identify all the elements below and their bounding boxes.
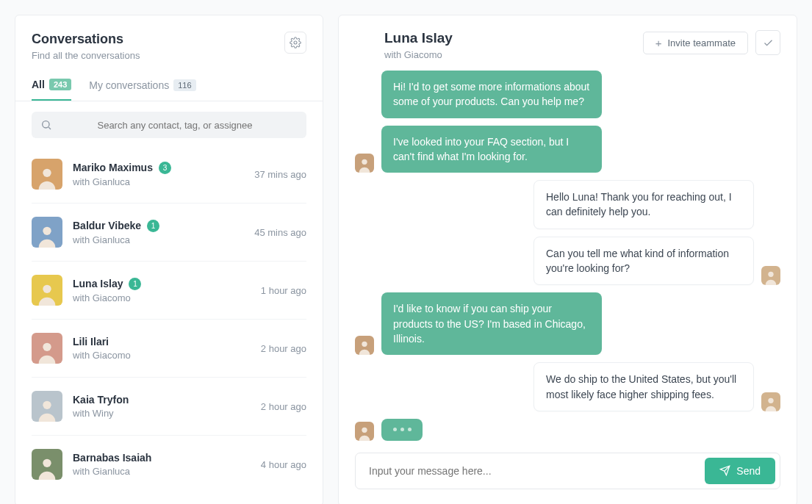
message-row: Hello Luna! Thank you for reaching out, … — [355, 180, 780, 229]
message-bubble: I'd like to know if you can ship your pr… — [381, 292, 602, 355]
message-input[interactable] — [369, 465, 697, 477]
conversation-with: with Giacomo — [73, 350, 251, 361]
conversation-item[interactable]: Baldur Vibeke 1 with Gianluca 45 mins ag… — [32, 204, 306, 262]
conversation-item[interactable]: Lili Ilari with Giacomo 2 hour ago — [32, 320, 306, 378]
invite-teammate-button[interactable]: + Invite teammate — [643, 32, 748, 54]
svg-point-3 — [43, 169, 51, 177]
sidebar-title: Conversations — [32, 32, 140, 47]
svg-point-5 — [43, 285, 51, 293]
conversation-with: with Winy — [73, 408, 251, 419]
message-bubble: Hello Luna! Thank you for reaching out, … — [533, 180, 754, 229]
svg-point-1 — [43, 121, 49, 128]
avatar — [32, 449, 62, 480]
typing-row — [355, 419, 780, 441]
svg-point-0 — [294, 41, 297, 44]
message-row: Hi! I'd to get some more informations ab… — [355, 71, 780, 118]
conversations-panel: Conversations Find all the conversations… — [15, 15, 323, 504]
conversation-with: with Giacomo — [73, 292, 251, 303]
search-input[interactable] — [52, 120, 298, 131]
gear-icon — [290, 37, 301, 48]
avatar — [32, 275, 62, 306]
avatar — [32, 391, 62, 422]
tab-all[interactable]: All 243 — [32, 79, 71, 101]
avatar — [355, 154, 374, 173]
svg-point-12 — [768, 398, 773, 403]
chat-messages[interactable]: Hi! I'd to get some more informations ab… — [339, 71, 797, 448]
tab-label: All — [32, 79, 45, 90]
message-bubble: Can you tell me what kind of information… — [533, 237, 754, 286]
svg-point-8 — [43, 459, 51, 467]
conversation-name: Lili Ilari — [73, 336, 109, 348]
chat-title: Luna Islay — [384, 30, 453, 46]
search-field[interactable] — [32, 112, 306, 138]
sidebar-header: Conversations Find all the conversations — [15, 15, 323, 65]
conversation-time: 45 mins ago — [254, 227, 306, 238]
conversation-with: with Gianluca — [73, 466, 251, 477]
conversation-name: Barnabas Isaiah — [73, 452, 151, 464]
avatar — [32, 333, 62, 364]
tab-my-conversations[interactable]: My conversations 116 — [89, 79, 195, 101]
conversation-item[interactable]: Kaia Tryfon with Winy 2 hour ago — [32, 378, 306, 436]
svg-point-13 — [362, 428, 367, 433]
settings-button[interactable] — [284, 32, 306, 54]
unread-badge: 1 — [129, 278, 141, 290]
conversation-item[interactable]: Mariko Maximus 3 with Gianluca 37 mins a… — [32, 145, 306, 204]
conversation-name: Mariko Maximus — [73, 162, 153, 173]
check-icon — [763, 37, 774, 48]
conversation-item[interactable]: Luna Islay 1 with Giacomo 1 hour ago — [32, 262, 306, 320]
conversation-time: 2 hour ago — [261, 343, 306, 354]
avatar — [761, 392, 780, 411]
conversation-name: Kaia Tryfon — [73, 394, 129, 406]
avatar — [355, 422, 374, 441]
message-row: I'd like to know if you can ship your pr… — [355, 292, 780, 355]
conversation-item[interactable]: Barnabas Isaiah with Gianluca 4 hour ago — [32, 436, 306, 493]
send-button[interactable]: Send — [705, 458, 775, 484]
conversation-time: 4 hour ago — [261, 459, 306, 470]
conversation-time: 2 hour ago — [261, 401, 306, 412]
mark-done-button[interactable] — [755, 30, 780, 55]
conversation-list[interactable]: Mariko Maximus 3 with Gianluca 37 mins a… — [15, 145, 323, 504]
send-label: Send — [736, 465, 761, 477]
chat-panel: Luna Islay with Giacomo + Invite teammat… — [338, 15, 797, 504]
message-bubble: I've looked into your FAQ section, but I… — [381, 126, 602, 173]
message-bubble: We do ship to the United States, but you… — [533, 362, 754, 411]
svg-point-7 — [43, 401, 51, 409]
message-row: We do ship to the United States, but you… — [355, 362, 780, 411]
message-bubble: Hi! I'd to get some more informations ab… — [381, 71, 602, 118]
svg-point-9 — [362, 159, 367, 165]
chat-subtitle: with Giacomo — [384, 49, 453, 60]
svg-point-4 — [43, 227, 51, 235]
message-composer[interactable]: Send — [355, 453, 780, 489]
tab-count: 243 — [49, 79, 71, 90]
avatar — [32, 217, 62, 248]
svg-point-11 — [362, 342, 367, 347]
svg-point-10 — [768, 272, 773, 277]
unread-badge: 3 — [159, 162, 171, 174]
avatar — [32, 159, 62, 190]
invite-label: Invite teammate — [668, 37, 736, 48]
search-icon — [40, 119, 52, 131]
svg-line-2 — [48, 127, 51, 129]
plus-icon: + — [655, 37, 662, 48]
tab-count: 116 — [173, 79, 195, 91]
conversation-with: with Gianluca — [73, 234, 244, 245]
conversation-name: Baldur Vibeke — [73, 220, 141, 231]
message-row: I've looked into your FAQ section, but I… — [355, 126, 780, 173]
conversation-name: Luna Islay — [73, 278, 123, 289]
conversation-time: 37 mins ago — [254, 169, 306, 180]
avatar — [355, 336, 374, 355]
sidebar-tabs: All 243 My conversations 116 — [15, 65, 323, 101]
unread-badge: 1 — [147, 220, 159, 232]
avatar — [761, 266, 780, 285]
tab-label: My conversations — [89, 79, 169, 91]
typing-indicator — [381, 419, 423, 441]
conversation-time: 1 hour ago — [261, 285, 306, 296]
chat-header: Luna Islay with Giacomo + Invite teammat… — [339, 15, 797, 71]
svg-point-6 — [43, 343, 51, 351]
message-row: Can you tell me what kind of information… — [355, 237, 780, 286]
conversation-with: with Gianluca — [73, 176, 244, 187]
send-icon — [719, 465, 730, 476]
sidebar-subtitle: Find all the conversations — [32, 50, 140, 61]
